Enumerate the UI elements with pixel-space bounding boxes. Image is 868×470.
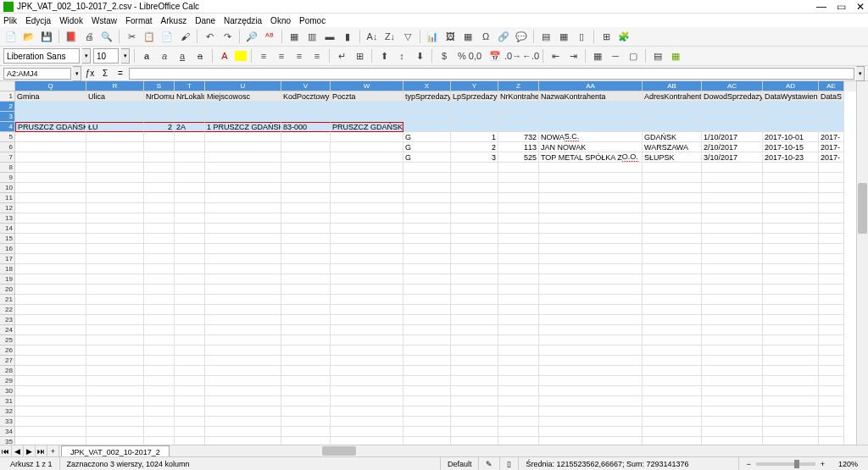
cell[interactable] (702, 254, 763, 264)
cell[interactable] (144, 346, 175, 356)
cell[interactable] (205, 315, 281, 325)
cell[interactable] (819, 325, 844, 335)
cell[interactable] (763, 163, 819, 173)
cell[interactable] (498, 437, 539, 445)
cell[interactable] (281, 234, 331, 244)
cell[interactable] (331, 264, 403, 274)
row-header-30[interactable]: 30 (0, 386, 14, 396)
cell[interactable] (539, 102, 643, 112)
table-row[interactable] (15, 386, 856, 396)
cell[interactable] (498, 305, 539, 315)
cell[interactable] (643, 122, 702, 132)
cell[interactable]: Ulica (86, 91, 144, 102)
cell[interactable] (498, 244, 539, 254)
cell[interactable] (819, 285, 844, 295)
cell[interactable] (643, 213, 702, 224)
italic-icon[interactable]: a (157, 48, 172, 64)
cell[interactable] (403, 122, 451, 132)
cell[interactable] (539, 193, 643, 203)
cell[interactable] (331, 335, 403, 346)
row-header-33[interactable]: 33 (0, 417, 14, 427)
cell[interactable]: G (403, 142, 451, 152)
cell[interactable]: 2017- (819, 152, 844, 163)
borders-icon[interactable]: ▦ (590, 48, 605, 64)
cell[interactable] (144, 396, 175, 406)
cell[interactable] (175, 112, 205, 122)
cell[interactable] (702, 264, 763, 274)
table-row[interactable] (15, 335, 856, 346)
cell[interactable] (86, 244, 144, 254)
font-color-icon[interactable]: A (217, 48, 232, 64)
cell[interactable] (819, 193, 844, 203)
cell[interactable] (403, 244, 451, 254)
undo-icon[interactable]: ↶ (202, 29, 217, 44)
cell[interactable] (205, 356, 281, 366)
cell[interactable] (702, 427, 763, 437)
cell[interactable] (205, 325, 281, 335)
freeze-icon[interactable]: ▦ (556, 29, 571, 44)
col-header-AE[interactable]: AE (819, 81, 844, 91)
cell[interactable] (15, 376, 86, 386)
cell[interactable] (763, 315, 819, 325)
cell[interactable] (643, 254, 702, 264)
cell[interactable]: 525 (498, 152, 539, 163)
cell[interactable] (205, 142, 281, 152)
hscroll-thumb[interactable] (322, 446, 356, 456)
cell[interactable] (86, 203, 144, 213)
cell[interactable] (281, 193, 331, 203)
cell[interactable] (539, 396, 643, 406)
cell[interactable] (281, 224, 331, 234)
row-header-32[interactable]: 32 (0, 406, 14, 417)
cell[interactable] (702, 386, 763, 396)
cell[interactable] (144, 335, 175, 346)
cell[interactable]: 3 (451, 152, 498, 163)
cell[interactable] (763, 102, 819, 112)
col-header-Q[interactable]: Q (15, 81, 86, 91)
cell[interactable] (498, 346, 539, 356)
cell[interactable] (281, 203, 331, 213)
cell[interactable] (175, 315, 205, 325)
cell[interactable] (451, 173, 498, 183)
cell[interactable] (175, 325, 205, 335)
menu-edycja[interactable]: Edycja (25, 16, 51, 25)
cell[interactable] (144, 376, 175, 386)
cell[interactable] (144, 285, 175, 295)
formula-expand-icon[interactable]: ▾ (856, 66, 865, 81)
cell[interactable] (175, 152, 205, 163)
cell[interactable] (281, 112, 331, 122)
cell[interactable] (403, 264, 451, 274)
cell[interactable] (15, 264, 86, 274)
cell[interactable] (144, 254, 175, 264)
align-right-icon[interactable]: ≡ (292, 48, 307, 64)
cell[interactable]: 2 (144, 122, 175, 132)
cell[interactable] (763, 244, 819, 254)
cell[interactable] (451, 366, 498, 376)
cell[interactable] (702, 244, 763, 254)
cell[interactable] (643, 396, 702, 406)
cell[interactable] (819, 427, 844, 437)
cell[interactable] (175, 142, 205, 152)
table-row[interactable] (15, 224, 856, 234)
cell[interactable] (702, 335, 763, 346)
cell[interactable] (763, 295, 819, 305)
delete-row-icon[interactable]: ▬ (322, 29, 337, 44)
cell[interactable] (819, 295, 844, 305)
equals-icon[interactable]: = (114, 68, 127, 80)
cell[interactable] (643, 193, 702, 203)
cell[interactable] (205, 234, 281, 244)
cell[interactable] (86, 346, 144, 356)
cell[interactable] (144, 366, 175, 376)
cell[interactable] (175, 132, 205, 142)
cell[interactable] (86, 396, 144, 406)
cell[interactable] (498, 234, 539, 244)
cell[interactable] (539, 305, 643, 315)
hyperlink-icon[interactable]: 🔗 (496, 29, 511, 44)
cell[interactable] (144, 406, 175, 417)
cell[interactable] (86, 406, 144, 417)
table-row[interactable] (15, 112, 856, 122)
cell[interactable] (205, 203, 281, 213)
cell[interactable] (205, 376, 281, 386)
cell[interactable] (175, 213, 205, 224)
date-icon[interactable]: 📅 (487, 48, 503, 64)
cell[interactable] (144, 386, 175, 396)
